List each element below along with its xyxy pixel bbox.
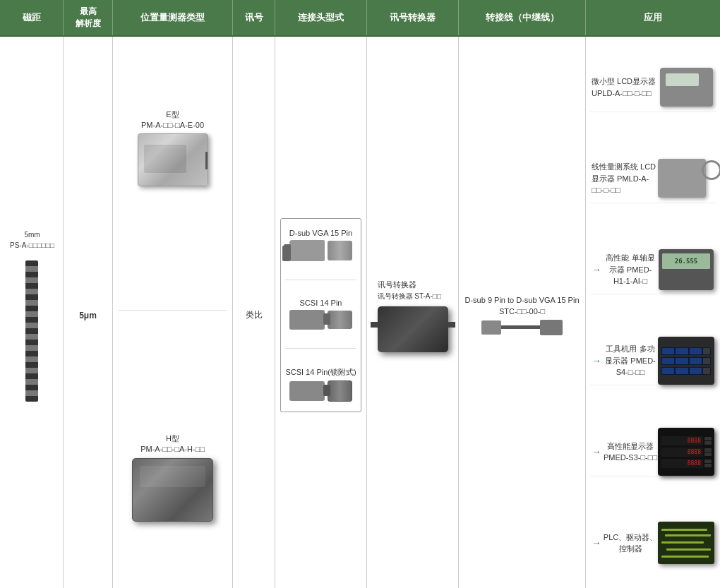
content-row: 5mmPS-A-□□□□□□ 5μm E型 PM-A-□□-□A-E-00	[0, 37, 720, 588]
axis-btn6	[704, 464, 712, 467]
app-lcd-small-img	[660, 68, 713, 107]
connector-scsi-lock-img-group	[289, 380, 352, 402]
connector-dsub-head-img	[328, 241, 352, 260]
app-lcd-small-text: 微小型 LCD显示器 UPLD-A-□□-□-□□	[592, 76, 658, 99]
connector-scsi-block: SCSI 14 Pin	[289, 299, 352, 330]
mag-tape-img	[25, 260, 38, 402]
app-plc-img-container	[658, 522, 714, 564]
connector-dsub-block: D-sub VGA 15 Pin	[289, 229, 352, 261]
mdisp-digit3	[690, 348, 702, 354]
app-display-multi-img	[658, 337, 714, 385]
pcb-trace2	[665, 534, 711, 536]
magdist-info: 5mmPS-A-□□□□□□	[10, 229, 54, 402]
app-display-single-img: 26.555	[659, 249, 714, 290]
mdisp-btn3	[703, 368, 710, 374]
signal-cell: 类比	[233, 37, 275, 588]
axis-btn5	[704, 460, 712, 463]
converter-label: 讯号转换器 讯号转换器 ST-A-□□	[378, 279, 441, 302]
signal-label: 类比	[246, 309, 263, 321]
app-lcd-ring-img	[658, 159, 714, 198]
sensor-h-img	[132, 458, 213, 522]
sensor-cell: E型 PM-A-□□-□A-E-00 H型 PM-A-□□-□A-H-□□	[113, 37, 233, 588]
arrow-multi: →	[592, 355, 601, 366]
sensor-e-label: E型 PM-A-□□-□A-E-00	[141, 109, 204, 131]
resolution-cell: 5μm	[64, 37, 113, 588]
connector-dsub-cable-img	[289, 240, 325, 261]
mdisp-row3	[661, 367, 711, 375]
cable-img	[481, 320, 563, 335]
dsub-left-end	[284, 244, 291, 256]
header-signal: 讯号	[233, 0, 275, 35]
axis-btns2	[704, 448, 712, 456]
pcb-trace1	[661, 529, 707, 531]
connector-scsi-head-img	[328, 311, 352, 329]
mdisp-digit6	[690, 358, 702, 364]
mdisp-digit5	[676, 358, 688, 364]
mdisp-digit7	[662, 368, 674, 374]
app-display-single-img-container: 26.555	[658, 248, 714, 291]
magdist-cell: 5mmPS-A-□□□□□□	[0, 37, 64, 588]
header-sensor: 位置量测器类型	[113, 0, 233, 35]
converter-block: 讯号转换器 讯号转换器 ST-A-□□	[378, 279, 448, 352]
header-converter: 讯号转换器	[367, 0, 459, 35]
app-display-3axis-arrow-text: → 高性能显示器 PMED-S3-□-□□	[592, 440, 658, 464]
arrow-plc: →	[592, 537, 601, 548]
app-display-3axis-img: 8888 8888	[658, 428, 714, 476]
mdisp-digit4	[662, 358, 674, 364]
axis-line3: 8888	[661, 459, 712, 468]
lcd-ring-body	[658, 159, 706, 198]
mdisp-btn1	[703, 348, 710, 354]
connector-div1	[285, 280, 356, 280]
connector-dsub-label: D-sub VGA 15 Pin	[289, 229, 352, 237]
axis-btn3	[704, 448, 712, 452]
pcb-trace3	[661, 541, 704, 544]
converter-cell: 讯号转换器 讯号转换器 ST-A-□□	[367, 37, 459, 588]
arrow-3axis: →	[592, 446, 601, 457]
cable-right-connector	[540, 320, 563, 335]
app-lcd-ring-img-container	[658, 157, 714, 200]
mdisp-row2	[661, 357, 711, 365]
connector-scsi-lock-block: SCSI 14 Pin(锁附式)	[285, 367, 356, 402]
app-display-single: → 高性能 单轴显示器 PMED-H1-1-AI-□ 26.555	[590, 246, 716, 294]
cable-block: D-sub 9 Pin to D-sub VGA 15 Pin STC-□□-0…	[464, 295, 579, 335]
axis-btn2	[704, 441, 712, 445]
page-container: 磁距 最高解析度 位置量测器类型 讯号 连接头型式 讯号转换器 转接线（中继线）…	[0, 0, 720, 588]
app-cell: 微小型 LCD显示器 UPLD-A-□□-□-□□ 线性量测系统 LCD显示器 …	[586, 37, 720, 588]
mdisp-digit1	[662, 348, 674, 354]
header-connector: 连接头型式	[275, 0, 367, 35]
cable-cell: D-sub 9 Pin to D-sub VGA 15 Pin STC-□□-0…	[459, 37, 586, 588]
axis-btn1	[704, 437, 712, 440]
app-lcd-small-img-container	[658, 66, 714, 109]
mdisp-digit8	[676, 368, 688, 374]
sensor-h-label: H型 PM-A-□□-□A-H-□□	[140, 433, 205, 455]
axis-digits3: 8888	[661, 459, 703, 468]
cable-wire	[501, 325, 540, 329]
connector-dsub-img-group	[289, 240, 352, 261]
connector-div2	[285, 348, 356, 349]
app-display-multi-img-container	[658, 340, 714, 382]
scsi-lock-right-end	[323, 385, 330, 396]
arrow-single: →	[592, 264, 601, 275]
display-single-screen: 26.555	[662, 253, 710, 269]
app-display-3axis: → 高性能显示器 PMED-S3-□-□□ 8888 888	[590, 428, 716, 476]
app-plc: → PLC、驱动器、 控制器	[590, 519, 716, 567]
app-plc-arrow-text: → PLC、驱动器、 控制器	[592, 532, 658, 555]
header-resolution: 最高解析度	[64, 0, 113, 35]
axis-btn4	[704, 452, 712, 456]
mdisp-digit2	[676, 348, 688, 354]
magdist-label: 5mmPS-A-□□□□□□	[10, 229, 54, 251]
sensor-e-img	[138, 133, 208, 186]
app-display-multi: → 工具机用 多功显示器 PMED-S4-□-□□	[590, 337, 716, 385]
axis-digits2: 8888	[661, 448, 703, 457]
app-lcd-small: 微小型 LCD显示器 UPLD-A-□□-□-□□	[590, 64, 716, 112]
axis-line2: 8888	[661, 448, 712, 457]
connector-scsi-lock-head-img	[328, 380, 352, 402]
app-display-single-arrow-text: → 高性能 单轴显示器 PMED-H1-1-AI-□	[592, 252, 658, 287]
mdisp-digit9	[690, 368, 702, 374]
cable-label: D-sub 9 Pin to D-sub VGA 15 Pin STC-□□-0…	[464, 295, 579, 317]
axis-btns3	[704, 460, 712, 467]
sensor-divider	[119, 310, 227, 311]
app-plc-img	[658, 522, 714, 564]
app-display-multi-arrow-text: → 工具机用 多功显示器 PMED-S4-□-□□	[592, 343, 658, 378]
converter-img	[378, 306, 448, 352]
